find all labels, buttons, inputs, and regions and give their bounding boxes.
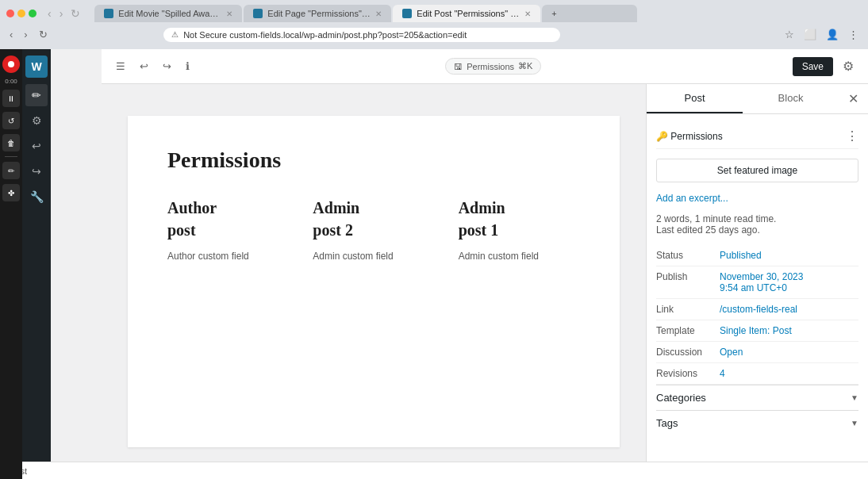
sidebar-icon-redo[interactable]: ↪: [25, 160, 48, 182]
browser-tab-1[interactable]: Edit Movie "Spilled Away"... ✕: [94, 5, 242, 22]
sidebar-icon-editor[interactable]: ✏: [25, 84, 48, 106]
status-bar: Post: [0, 462, 868, 479]
browser-tab-2[interactable]: Edit Page "Permissions" ... ✕: [244, 5, 391, 22]
sidebar-icon-settings[interactable]: ⚙: [25, 109, 48, 132]
post-title: Permissions: [167, 148, 580, 173]
featured-image-button[interactable]: Set featured image: [656, 159, 858, 182]
meta-label-template: Template: [656, 325, 720, 336]
extensions-button[interactable]: ⬜: [801, 27, 820, 42]
star-button[interactable]: ☆: [782, 27, 797, 42]
undo-topbar-button[interactable]: ↩: [135, 57, 153, 75]
plugin-name: 🔑 Permissions: [656, 131, 723, 142]
post-body: Author post Author custom field Admin po…: [167, 197, 580, 262]
sidebar-icon-tools[interactable]: 🔧: [25, 186, 48, 208]
column-heading-2: Admin post 1: [459, 197, 580, 241]
categories-label: Categories: [656, 392, 706, 404]
wp-admin: 0:00 ⏸ ↺ 🗑 ✏ ✤ W ✏ ⚙ ↩ ↪ 🔧 ☰ ↩ ↪ ℹ 🖫: [0, 49, 868, 479]
save-button[interactable]: Save: [793, 57, 833, 76]
wp-sidebar: W ✏ ⚙ ↩ ↪ 🔧: [22, 49, 51, 479]
browser-forward-btn[interactable]: ›: [21, 27, 30, 42]
browser-reload-btn[interactable]: ↻: [36, 27, 51, 42]
delete-button[interactable]: 🗑: [2, 134, 20, 151]
tab-label-3: Edit Post "Permissions" < ...: [417, 9, 520, 18]
meta-value-status[interactable]: Published: [720, 250, 762, 261]
meta-row-link: Link /custom-fields-real: [656, 299, 858, 320]
categories-collapsible[interactable]: Categories ▼: [656, 385, 858, 410]
tab-post[interactable]: Post: [647, 84, 743, 113]
toolbar-divider: [5, 156, 17, 157]
profile-button[interactable]: 👤: [823, 27, 842, 42]
reload-button[interactable]: ↻: [67, 6, 83, 21]
tab-favicon-2: [253, 9, 263, 18]
tags-collapsible[interactable]: Tags ▼: [656, 410, 858, 435]
meta-row-status: Status Published: [656, 245, 858, 266]
tools-button[interactable]: ✤: [2, 184, 20, 201]
address-bar[interactable]: ⚠ Not Secure custom-fields.local/wp-admi…: [163, 28, 560, 42]
plugin-icon: 🔑: [656, 131, 668, 142]
pause-button[interactable]: ⏸: [2, 90, 20, 107]
tab-close-2[interactable]: ✕: [375, 10, 382, 18]
editor-main: Permissions Author post Author custom fi…: [102, 84, 868, 479]
browser-back-btn[interactable]: ‹: [6, 27, 16, 42]
excerpt-section: Add an excerpt...: [656, 192, 858, 204]
featured-image-section: Set featured image: [656, 159, 858, 182]
excerpt-link[interactable]: Add an excerpt...: [656, 193, 728, 204]
meta-label-publish: Publish: [656, 271, 720, 282]
undo-button[interactable]: ↺: [2, 112, 20, 129]
wp-logo[interactable]: W: [25, 56, 48, 78]
settings-button[interactable]: ⚙: [838, 56, 858, 77]
column-heading-1: Admin post 2: [313, 197, 434, 241]
meta-label-status: Status: [656, 250, 720, 261]
editor-topbar: ☰ ↩ ↪ ℹ 🖫 Permissions ⌘K Save ⚙: [102, 49, 868, 84]
column-field-0: Author custom field: [167, 251, 289, 262]
saved-icon: 🖫: [454, 62, 463, 71]
tab-favicon-1: [104, 9, 113, 18]
post-saved-badge[interactable]: 🖫 Permissions ⌘K: [445, 58, 541, 75]
tab-close-3[interactable]: ✕: [524, 10, 531, 18]
sidebar-tabs: Post Block ✕: [647, 84, 868, 114]
editor-wrap: ☰ ↩ ↪ ℹ 🖫 Permissions ⌘K Save ⚙: [102, 49, 868, 479]
meta-value-publish[interactable]: November 30, 20239:54 am UTC+0: [720, 271, 803, 293]
plugin-menu-button[interactable]: ⋮: [846, 128, 858, 144]
back-button[interactable]: ‹: [44, 6, 55, 21]
content-block: Permissions Author post Author custom fi…: [128, 116, 620, 447]
tab-close-1[interactable]: ✕: [226, 10, 232, 18]
editor-sidebar: Post Block ✕ 🔑 Permissions ⋮: [646, 84, 868, 479]
browser-tab-new[interactable]: +: [542, 5, 637, 22]
meta-row-template: Template Single Item: Post: [656, 320, 858, 342]
tab-favicon-3: [402, 9, 412, 18]
browser-tabs: Edit Movie "Spilled Away"... ✕ Edit Page…: [88, 5, 643, 22]
browser-window-controls: [6, 10, 36, 17]
record-button[interactable]: [2, 56, 20, 73]
toggle-sidebar-button[interactable]: ☰: [111, 57, 130, 75]
close-window-button[interactable]: [6, 10, 14, 17]
column-field-2: Admin custom field: [459, 251, 580, 262]
tab-block[interactable]: Block: [743, 84, 839, 113]
meta-info-section: 2 words, 1 minute read time.Last edited …: [656, 213, 858, 236]
edit-button[interactable]: ✏: [2, 162, 20, 179]
record-dot: [8, 61, 14, 67]
browser-top-bar: ‹ › ↻ Edit Movie "Spilled Away"... ✕ Edi…: [0, 0, 868, 25]
post-column-0: Author post Author custom field: [167, 197, 289, 262]
editor-topbar-right: Save ⚙: [793, 56, 858, 77]
sidebar-icon-undo[interactable]: ↩: [25, 135, 48, 157]
categories-chevron: ▼: [851, 393, 858, 402]
forward-button[interactable]: ›: [56, 6, 67, 21]
meta-value-discussion[interactable]: Open: [720, 347, 743, 358]
recording-toolbar: 0:00 ⏸ ↺ 🗑 ✏ ✤: [0, 49, 22, 479]
browser-tab-3[interactable]: Edit Post "Permissions" < ... ✕: [393, 5, 540, 22]
security-icon: ⚠: [171, 30, 179, 39]
new-tab-icon: +: [551, 9, 556, 18]
saved-label: Permissions: [467, 62, 514, 71]
meta-label-discussion: Discussion: [656, 347, 720, 358]
maximize-window-button[interactable]: [29, 10, 36, 17]
meta-value-template[interactable]: Single Item: Post: [720, 325, 792, 336]
meta-value-revisions[interactable]: 4: [720, 368, 725, 379]
browser-toolbar-right: ☆ ⬜ 👤 ⋮: [782, 27, 862, 42]
redo-topbar-button[interactable]: ↪: [158, 57, 176, 75]
minimize-window-button[interactable]: [17, 10, 25, 17]
details-button[interactable]: ℹ: [181, 57, 194, 75]
meta-value-link[interactable]: /custom-fields-real: [720, 304, 797, 315]
sidebar-close-button[interactable]: ✕: [839, 84, 868, 113]
menu-button[interactable]: ⋮: [845, 27, 862, 42]
